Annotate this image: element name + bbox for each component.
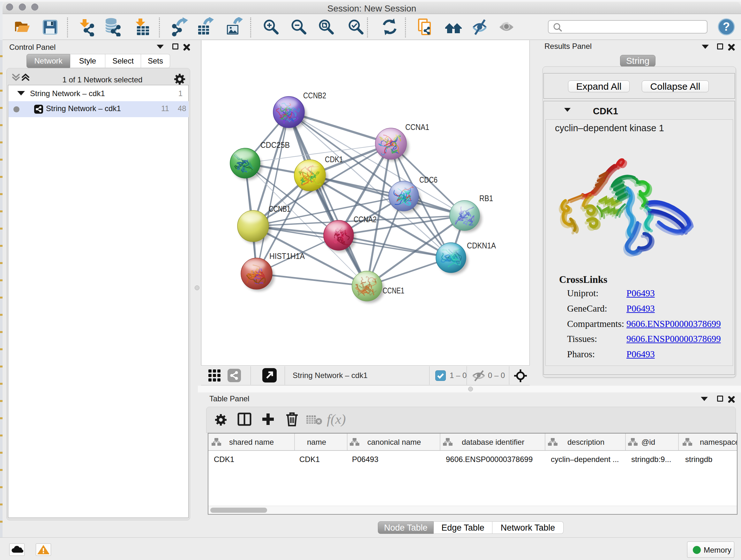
svg-text:HIST1H1A: HIST1H1A	[269, 252, 305, 260]
svg-text:CDK1: CDK1	[325, 155, 343, 164]
svg-text:CCNA2: CCNA2	[354, 215, 377, 224]
svg-text:CDC6: CDC6	[419, 175, 437, 184]
svg-text:CDC25B: CDC25B	[260, 140, 290, 149]
svg-text:CCNB2: CCNB2	[303, 91, 326, 100]
svg-text:CDKN1A: CDKN1A	[467, 241, 496, 250]
svg-text:?: ?	[723, 20, 730, 33]
svg-text:CCNE1: CCNE1	[383, 286, 404, 295]
svg-text:CCNB1: CCNB1	[269, 204, 290, 213]
svg-text:CCNA1: CCNA1	[405, 123, 429, 132]
svg-text:RB1: RB1	[479, 194, 493, 203]
